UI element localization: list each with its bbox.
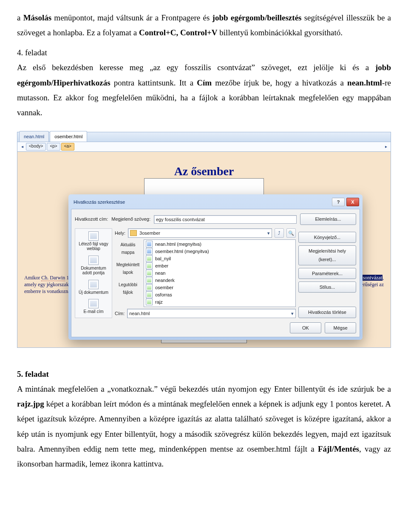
mail-icon <box>88 299 99 308</box>
crumb-p[interactable]: <p> <box>47 143 60 151</box>
editor-screenshot: nean.html osember.html ◂ <body> <p> <a> … <box>17 132 391 348</box>
anchor-icon <box>88 256 99 265</box>
chevron-down-icon: ▾ <box>267 229 270 237</box>
display-text-label: Megjelenő szöveg: <box>111 215 150 223</box>
file-tab-osember[interactable]: osember.html <box>50 131 87 142</box>
sidebar-item-existing[interactable]: Létező fájl vagy weblap <box>76 230 111 253</box>
display-text-input[interactable]: egy fosszilis csontvázat <box>154 215 297 224</box>
image-file-icon <box>146 284 153 291</box>
image-file-icon <box>146 291 153 298</box>
list-item[interactable]: ember <box>146 262 294 270</box>
address-label: Cím: <box>115 309 125 318</box>
linked-title-label: Hivatkozott cím: <box>75 215 108 223</box>
bookmark-button[interactable]: Könyvjelző... <box>298 232 356 243</box>
file-tab-strip: nean.html osember.html <box>17 132 391 142</box>
cancel-button[interactable]: Mégse <box>325 322 356 333</box>
list-item[interactable]: rajz <box>146 299 294 306</box>
list-item[interactable]: osforras <box>146 291 294 299</box>
crumb-a[interactable]: <a> <box>61 143 74 151</box>
address-input[interactable]: nean.html ▾ <box>127 309 296 318</box>
page-icon <box>88 231 99 241</box>
image-file-icon <box>146 277 153 284</box>
paragraph-1: a Másolás menüpontot, majd váltsunk ár a… <box>17 10 391 40</box>
file-tab-nean[interactable]: nean.html <box>19 131 49 142</box>
dialog-title: Hivatkozás szerkesztése <box>74 198 125 206</box>
image-file-icon <box>146 270 153 276</box>
help-button[interactable]: ? <box>332 198 345 206</box>
style-button[interactable]: Stílus... <box>298 282 356 293</box>
crumb-body[interactable]: <body> <box>26 143 46 151</box>
sidebar-item-email[interactable]: E-mail cím <box>76 298 111 316</box>
new-doc-icon <box>88 280 99 289</box>
location-label: Hely: <box>115 229 125 237</box>
remove-link-button[interactable]: Hivatkozás törlése <box>298 307 356 318</box>
crumb-nav-left-icon[interactable]: ◂ <box>19 143 25 151</box>
folder-icon <box>130 230 137 236</box>
scope-browsed-pages[interactable]: Megtekintett lapok <box>115 261 141 277</box>
breadcrumb: ◂ <body> <p> <a> ▸ <box>17 142 391 152</box>
sidebar-item-newdoc[interactable]: Új dokumentum <box>76 279 111 297</box>
dialog-right-buttons: Könyvjelző... Megjelenítési hely (keret)… <box>298 228 356 318</box>
image-file-icon <box>146 262 153 269</box>
crumb-nav-right-icon[interactable]: ▸ <box>383 143 389 151</box>
target-frame-button[interactable]: Megjelenítési hely (keret)... <box>298 245 356 265</box>
chevron-down-icon: ▾ <box>291 309 294 318</box>
scope-recent-files[interactable]: Legutóbbi fájlok <box>115 281 141 297</box>
html-file-icon <box>146 248 153 255</box>
image-file-icon <box>146 299 153 305</box>
close-button[interactable]: X <box>346 198 359 206</box>
link-type-sidebar: Létező fájl vagy weblap Dokumentum adott… <box>75 228 112 318</box>
scope-current-folder[interactable]: Aktuális mappa <box>115 241 141 257</box>
file-list[interactable]: nean.html (megnyitva) osember.html (megn… <box>144 239 296 307</box>
image-file-icon <box>146 255 153 262</box>
browse-web-button[interactable]: 🔍 <box>286 228 296 238</box>
paragraph-2: 4. feladat Az első bekezdésben keresse m… <box>17 45 391 120</box>
html-file-icon <box>146 241 153 248</box>
sidebar-item-place[interactable]: Dokumentum adott pontja <box>76 255 111 277</box>
page-preview: Az ősember Amikor Ch. Darwin 185 amely e… <box>17 152 391 347</box>
scope-column: Aktuális mappa Megtekintett lapok Legutó… <box>115 239 141 307</box>
ok-button[interactable]: OK <box>290 322 321 333</box>
up-folder-button[interactable]: ⤴ <box>275 228 284 238</box>
screentip-button[interactable]: Elemleírás... <box>300 213 356 225</box>
paragraph-3: 5. feladat A mintának megfelelően a „von… <box>17 367 391 471</box>
edit-hyperlink-dialog: Hivatkozás szerkesztése ? X Hivatkozott … <box>68 194 363 340</box>
parameters-button[interactable]: Paraméterek... <box>298 268 356 279</box>
location-combo[interactable]: 3osember ▾ <box>128 228 272 238</box>
